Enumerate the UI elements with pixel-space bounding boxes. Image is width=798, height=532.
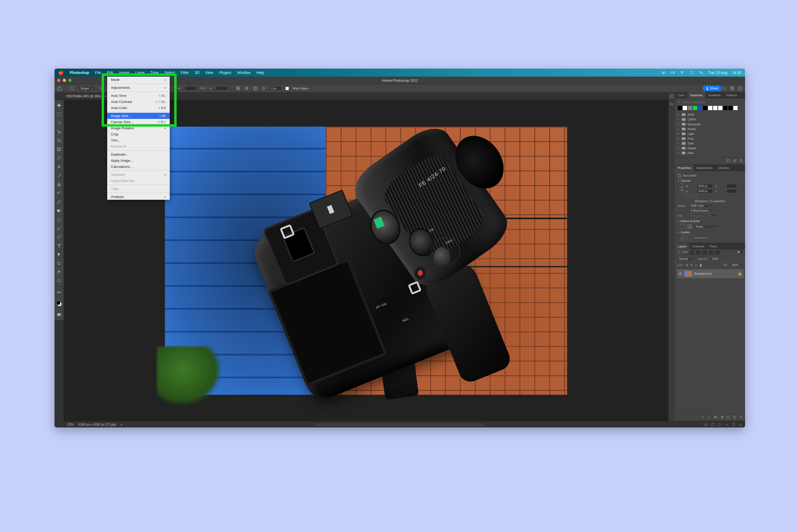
menu-filter[interactable]: Filter xyxy=(180,71,189,75)
swatch-folder[interactable]: ▸Pure xyxy=(678,136,742,141)
menu-item[interactable]: Mode xyxy=(107,77,170,83)
mode-select[interactable]: RGB Color⌄ xyxy=(689,204,713,208)
delete-icon[interactable] xyxy=(739,159,743,163)
swatch[interactable] xyxy=(678,106,682,110)
menu-edit[interactable]: Edit xyxy=(107,71,113,75)
bits-select[interactable]: 8 Bits/Channel⌄ xyxy=(689,209,713,213)
swatch[interactable] xyxy=(728,106,733,110)
menu-item[interactable]: Analysis xyxy=(107,194,170,200)
lock-pixels-icon[interactable]: ▥ xyxy=(686,264,688,267)
layer-name[interactable]: Background xyxy=(694,272,711,276)
canvas-h-input[interactable] xyxy=(697,189,713,193)
apple-menu-icon[interactable]: 🍎 xyxy=(58,70,64,76)
minimize-button[interactable] xyxy=(63,79,66,82)
panel-icon[interactable] xyxy=(669,101,674,105)
icon[interactable] xyxy=(718,423,722,426)
filter-shape[interactable] xyxy=(709,251,714,255)
search-icon[interactable] xyxy=(722,86,726,91)
filter-type[interactable] xyxy=(702,251,707,255)
lock-artboard-icon[interactable]: ▢ xyxy=(695,264,697,267)
close-button[interactable] xyxy=(57,79,60,82)
menubar-date[interactable]: Tue 15 Aug xyxy=(708,71,727,75)
tool-edit-toolbar[interactable] xyxy=(55,288,63,297)
tab-gradients[interactable]: Gradients xyxy=(705,92,723,98)
ruler-unit-select[interactable]: Pixels⌄ xyxy=(694,225,718,229)
tool-frame[interactable] xyxy=(55,145,63,153)
menu-file[interactable]: File xyxy=(95,71,101,75)
tool-zoom[interactable] xyxy=(55,277,63,285)
menu-item[interactable]: Crop xyxy=(107,131,170,137)
filter-adjust[interactable] xyxy=(696,251,701,255)
horizontal-scrollbar[interactable] xyxy=(315,423,485,426)
swatch[interactable] xyxy=(723,106,727,110)
tab-color[interactable]: Color xyxy=(675,92,687,98)
grid-icon[interactable] xyxy=(687,224,692,229)
menu-image[interactable]: Image xyxy=(119,71,130,75)
app-name[interactable]: Photoshop xyxy=(70,71,89,75)
menu-item[interactable]: Adjustments xyxy=(107,84,170,91)
menu-item[interactable]: Auto Contrast⌥⇧⌘L xyxy=(107,99,170,105)
path-arrange-icon[interactable] xyxy=(253,86,258,91)
fx-icon[interactable]: fx xyxy=(707,415,711,420)
icon[interactable] xyxy=(732,423,736,426)
tool-dodge[interactable] xyxy=(55,224,63,232)
tool-brush[interactable] xyxy=(55,171,63,180)
opacity-input[interactable]: 100%⌄ xyxy=(710,257,723,261)
tool-path-select[interactable] xyxy=(55,250,63,259)
swatch[interactable] xyxy=(683,106,687,110)
mask-icon[interactable] xyxy=(714,415,717,420)
tool-eyedropper[interactable] xyxy=(55,154,63,162)
swatch-search[interactable] xyxy=(678,100,742,104)
tab-patterns[interactable]: Patterns xyxy=(723,92,740,98)
tool-blur[interactable] xyxy=(55,215,63,224)
workspace-icon[interactable] xyxy=(730,86,735,91)
link-layers-icon[interactable] xyxy=(701,415,705,420)
tab-libraries[interactable]: Libraries xyxy=(715,165,732,171)
orient-landscape-icon[interactable] xyxy=(692,195,698,198)
tool-preset-icon[interactable] xyxy=(70,86,75,91)
filter-smart[interactable] xyxy=(715,251,720,255)
blend-mode-select[interactable]: Normal⌄ xyxy=(677,257,696,261)
swatch-folder[interactable]: ▸Pale xyxy=(678,151,742,155)
tool-gradient[interactable] xyxy=(55,206,63,215)
tab-properties[interactable]: Properties xyxy=(675,165,694,171)
menu-item[interactable]: Auto Color⇧⌘B xyxy=(107,105,170,111)
menu-window[interactable]: Window xyxy=(237,71,251,75)
shape-mode-select[interactable]: Shape ⌄ xyxy=(78,86,95,91)
tab-channels[interactable]: Channels xyxy=(689,243,707,249)
layer-background[interactable]: Background 🔒 xyxy=(677,269,743,278)
lock-icon[interactable]: 🔒 xyxy=(738,272,742,276)
tool-pen[interactable] xyxy=(55,233,63,241)
document-tab[interactable]: DSCF0494.JPG @ 25%... × xyxy=(63,94,109,98)
menu-select[interactable]: Select xyxy=(165,71,175,75)
lock-position-icon[interactable]: ✥ xyxy=(690,264,692,267)
menu-item[interactable]: Auto Tone⇧⌘L xyxy=(107,93,170,99)
swatch-folder[interactable]: ▸Light xyxy=(678,131,742,136)
icon[interactable] xyxy=(725,423,728,426)
menu-item[interactable]: Calculations... xyxy=(107,164,170,170)
maximize-button[interactable] xyxy=(68,79,72,82)
menu-layer[interactable]: Layer xyxy=(135,71,145,75)
status-zoom[interactable]: 25% xyxy=(67,423,74,426)
menu-plugins[interactable]: Plugins xyxy=(219,71,231,75)
tool-quick-select[interactable] xyxy=(55,128,63,136)
status-doc-info[interactable]: 6240 px x 4160 px (72 ppi) xyxy=(78,423,116,426)
search-icon[interactable] xyxy=(689,70,694,75)
tool-rectangle[interactable] xyxy=(55,259,63,268)
close-tab-icon[interactable]: × xyxy=(104,94,107,98)
menu-help[interactable]: Help xyxy=(256,71,264,75)
guides-section[interactable]: ▾Guides xyxy=(678,230,742,235)
orient-portrait-icon[interactable] xyxy=(686,194,690,199)
tool-healing[interactable] xyxy=(55,163,63,171)
fg-bg-swatch[interactable] xyxy=(55,299,63,308)
filter-pixel[interactable] xyxy=(689,251,694,255)
delete-layer-icon[interactable] xyxy=(739,415,743,420)
menubar-time[interactable]: 14:30 xyxy=(732,71,741,75)
swatch[interactable] xyxy=(693,106,697,110)
menu-item[interactable]: Image Rotation xyxy=(107,125,170,131)
tab-adjustments[interactable]: Adjustments xyxy=(694,165,715,171)
tab-paths[interactable]: Paths xyxy=(707,243,720,249)
filter-toggle[interactable] xyxy=(737,251,743,254)
gear-icon[interactable] xyxy=(261,86,266,91)
guide-color[interactable] xyxy=(694,238,707,238)
